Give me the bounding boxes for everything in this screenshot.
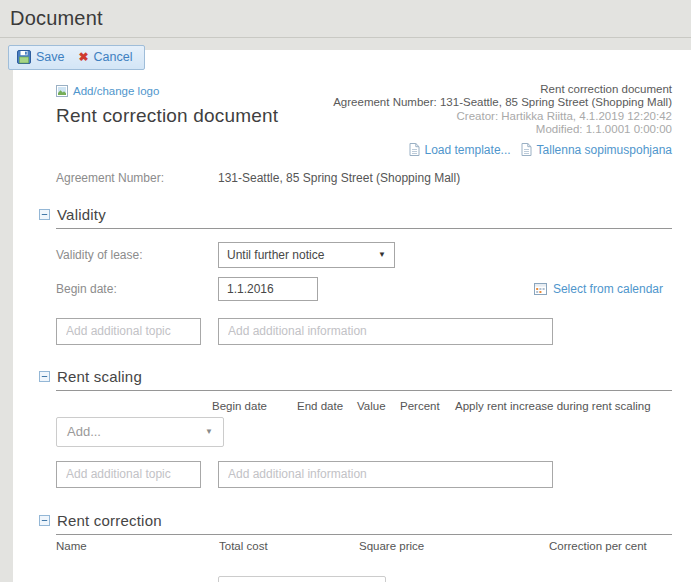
rent-correction-column-headers: Name Total cost Square price Correction … xyxy=(56,540,672,552)
column-header-value: Value xyxy=(357,400,400,412)
column-header-square-price: Square price xyxy=(359,540,549,552)
section-rent-scaling: Rent scaling Begin date End date Value P… xyxy=(56,368,672,488)
section-validity: Validity Validity of lease: Until furthe… xyxy=(56,206,672,345)
agreement-number-label: Agreement Number: xyxy=(56,171,218,185)
section-divider xyxy=(56,228,672,229)
rental-areas-row: Rental areas: Add... ▼ xyxy=(56,576,672,582)
chevron-down-icon: ▼ xyxy=(205,427,213,436)
load-template-label: Load template... xyxy=(425,143,511,157)
rent-scaling-column-headers: Begin date End date Value Percent Apply … xyxy=(212,400,672,412)
document-title: Rent correction document xyxy=(56,105,278,127)
section-rent-correction: Rent correction Name Total cost Square p… xyxy=(56,512,672,582)
rent-scaling-additional-row xyxy=(56,461,672,488)
rental-areas-add-select[interactable]: Add... ▼ xyxy=(218,576,386,582)
select-from-calendar-label: Select from calendar xyxy=(553,282,663,296)
rent-correction-section-header: Rent correction xyxy=(56,512,672,529)
rent-scaling-add-placeholder: Add... xyxy=(67,424,101,439)
page-header: Document xyxy=(0,0,691,38)
add-change-logo-label: Add/change logo xyxy=(73,85,159,97)
section-divider xyxy=(56,390,672,391)
column-header-end-date: End date xyxy=(297,400,357,412)
toolbar: Save ✖ Cancel xyxy=(8,45,145,70)
meta-agreement-number: Agreement Number: 131-Seattle, 85 Spring… xyxy=(333,96,672,109)
document-page-icon xyxy=(521,143,532,156)
rent-correction-section-title: Rent correction xyxy=(57,512,162,529)
validity-section-header: Validity xyxy=(56,206,672,223)
validity-of-lease-selected-value: Until further notice xyxy=(227,248,324,262)
chevron-down-icon: ▼ xyxy=(378,250,386,259)
collapse-minus-icon[interactable] xyxy=(39,371,50,382)
picture-icon xyxy=(56,85,68,97)
rent-scaling-add-select[interactable]: Add... ▼ xyxy=(56,417,224,447)
document-meta: Rent correction document Agreement Numbe… xyxy=(333,83,672,137)
validity-of-lease-row: Validity of lease: Until further notice … xyxy=(56,242,672,268)
additional-topic-input[interactable] xyxy=(56,318,201,345)
document-header: Add/change logo Rent correction document… xyxy=(56,83,672,137)
save-floppy-icon xyxy=(17,50,31,64)
select-from-calendar-link[interactable]: Select from calendar xyxy=(534,282,663,296)
meta-modified: Modified: 1.1.0001 0:00:00 xyxy=(333,123,672,136)
cancel-x-icon: ✖ xyxy=(79,51,89,63)
meta-creator: Creator: Hartikka Riitta, 4.1.2019 12:20… xyxy=(333,110,672,123)
cancel-button[interactable]: ✖ Cancel xyxy=(79,50,133,64)
section-divider xyxy=(56,534,672,535)
rent-scaling-section-header: Rent scaling xyxy=(56,368,672,385)
validity-additional-row xyxy=(56,318,672,345)
agreement-number-value: 131-Seattle, 85 Spring Street (Shopping … xyxy=(218,171,460,185)
column-header-percent: Percent xyxy=(400,400,455,412)
page-title: Document xyxy=(10,7,691,30)
begin-date-row: Begin date: Select from calendar xyxy=(56,277,672,301)
validity-of-lease-label: Validity of lease: xyxy=(56,248,218,262)
meta-document-type: Rent correction document xyxy=(333,83,672,96)
document-header-left: Add/change logo Rent correction document xyxy=(56,83,278,137)
additional-topic-input[interactable] xyxy=(56,461,201,488)
save-button[interactable]: Save xyxy=(17,50,65,64)
additional-information-input[interactable] xyxy=(218,461,553,488)
save-as-template-link[interactable]: Tallenna sopimuspohjana xyxy=(521,143,672,157)
validity-of-lease-select[interactable]: Until further notice ▼ xyxy=(218,242,395,268)
rent-scaling-section-title: Rent scaling xyxy=(57,368,142,385)
validity-section-title: Validity xyxy=(57,206,106,223)
save-button-label: Save xyxy=(36,50,65,64)
column-header-apply-rent-increase: Apply rent increase during rent scaling xyxy=(455,400,651,412)
cancel-button-label: Cancel xyxy=(94,50,133,64)
document-page-icon xyxy=(409,143,420,156)
column-header-name: Name xyxy=(56,540,219,552)
column-header-begin-date: Begin date xyxy=(212,400,297,412)
column-header-total-cost: Total cost xyxy=(219,540,359,552)
begin-date-label: Begin date: xyxy=(56,282,218,296)
agreement-number-row: Agreement Number: 131-Seattle, 85 Spring… xyxy=(56,171,672,185)
calendar-icon xyxy=(534,283,547,295)
template-links: Load template... Tallenna sopimuspohjana xyxy=(56,143,672,157)
collapse-minus-icon[interactable] xyxy=(39,209,50,220)
begin-date-input[interactable] xyxy=(218,277,318,301)
collapse-minus-icon[interactable] xyxy=(39,515,50,526)
column-header-correction-per-cent: Correction per cent xyxy=(549,540,647,552)
additional-information-input[interactable] xyxy=(218,318,553,345)
document-panel: Add/change logo Rent correction document… xyxy=(13,50,691,582)
save-as-template-label: Tallenna sopimuspohjana xyxy=(537,143,672,157)
load-template-link[interactable]: Load template... xyxy=(409,143,511,157)
add-change-logo-link[interactable]: Add/change logo xyxy=(56,85,159,97)
